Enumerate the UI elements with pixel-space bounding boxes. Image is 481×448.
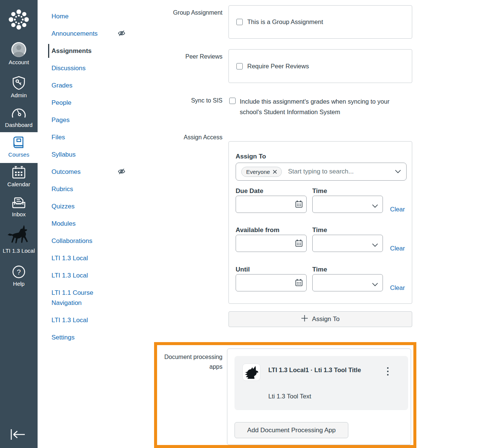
course-navigation: Home Announcements Assignments Discussio… bbox=[51, 11, 123, 350]
nav-item-lti13-local-2[interactable]: LTI 1.3 Local bbox=[51, 270, 115, 281]
sidebar-item-label: Dashboard bbox=[0, 122, 38, 128]
until-clear-link[interactable]: Clear bbox=[390, 284, 405, 291]
nav-item-announcements[interactable]: Announcements bbox=[51, 29, 115, 39]
due-date-field bbox=[236, 196, 307, 213]
group-assignment-panel: This is a Group Assignment bbox=[228, 5, 412, 39]
assign-access-panel: Assign To Everyone Start typing to searc… bbox=[228, 141, 412, 304]
nav-item-files[interactable]: Files bbox=[51, 132, 115, 142]
nav-item-lti13-local-3[interactable]: LTI 1.3 Local bbox=[51, 315, 115, 325]
nav-item-grades[interactable]: Grades bbox=[51, 80, 115, 91]
sidebar-item-label: LTI 1.3 Local bbox=[0, 247, 38, 254]
assign-to-heading: Assign To bbox=[236, 153, 266, 160]
app-text: Lti 1.3 Tool Text bbox=[268, 393, 311, 400]
nav-item-home[interactable]: Home bbox=[51, 11, 115, 21]
sidebar-item-label: Help bbox=[0, 281, 38, 287]
sync-to-sis-checkbox[interactable] bbox=[229, 98, 236, 104]
available-from-label: Available from bbox=[236, 226, 280, 234]
global-sidebar: Account Admin Dashboard bbox=[0, 0, 38, 448]
assign-to-search-placeholder: Start typing to search... bbox=[288, 168, 389, 175]
nav-item-modules[interactable]: Modules bbox=[51, 219, 115, 229]
peer-reviews-label: Peer Reviews bbox=[185, 53, 222, 60]
peer-reviews-checkbox-label: Require Peer Reviews bbox=[247, 63, 309, 70]
sidebar-item-lti-local[interactable]: LTI 1.3 Local bbox=[0, 225, 38, 254]
chevron-down-icon bbox=[372, 281, 378, 288]
collapse-sidebar-icon[interactable] bbox=[10, 428, 26, 443]
inbox-icon bbox=[12, 196, 26, 202]
nav-item-collaborations[interactable]: Collaborations bbox=[51, 236, 115, 246]
nav-item-quizzes[interactable]: Quizzes bbox=[51, 201, 115, 211]
sync-to-sis-checkbox-label: Include this assignment's grades when sy… bbox=[240, 97, 399, 117]
sidebar-item-admin[interactable]: Admin bbox=[0, 76, 38, 98]
until-time-select[interactable] bbox=[312, 274, 383, 291]
nav-item-lti13-local-1[interactable]: LTI 1.3 Local bbox=[51, 253, 115, 263]
dashboard-gauge-icon bbox=[11, 106, 26, 113]
app-logo-tile bbox=[242, 364, 260, 381]
nav-item-pages[interactable]: Pages bbox=[51, 115, 115, 125]
admin-shield-icon bbox=[12, 76, 26, 82]
add-assign-to-button[interactable]: Assign To bbox=[228, 311, 412, 327]
sidebar-item-label: Inbox bbox=[0, 211, 38, 217]
available-from-input[interactable] bbox=[236, 235, 307, 252]
sidebar-item-label: Admin bbox=[0, 92, 38, 98]
unicorn-icon bbox=[244, 365, 259, 379]
plus-icon bbox=[301, 315, 308, 324]
available-time-label: Time bbox=[312, 226, 327, 234]
app-title: LTI 1.3 Local1 · Lti 1.3 Tool Title bbox=[268, 364, 370, 376]
due-time-label: Time bbox=[312, 187, 327, 195]
add-document-processing-app-button[interactable]: Add Document Processing App bbox=[234, 422, 348, 438]
until-field bbox=[236, 274, 307, 291]
help-icon: ? bbox=[12, 265, 26, 272]
available-from-field bbox=[236, 235, 307, 252]
peer-reviews-panel: Require Peer Reviews bbox=[228, 49, 412, 83]
hidden-eye-slash-icon bbox=[118, 29, 126, 40]
chevron-down-icon bbox=[372, 242, 378, 249]
sync-to-sis-row: Include this assignment's grades when sy… bbox=[229, 97, 406, 117]
canvas-logo-icon[interactable] bbox=[8, 9, 29, 32]
account-avatar-icon bbox=[11, 42, 26, 48]
due-time-select[interactable] bbox=[312, 196, 383, 213]
sidebar-item-label: Calendar bbox=[0, 181, 38, 187]
remove-everyone-icon[interactable] bbox=[273, 170, 277, 174]
available-time-select[interactable] bbox=[312, 235, 383, 252]
nav-item-syllabus[interactable]: Syllabus bbox=[51, 149, 115, 160]
sidebar-item-help[interactable]: ? Help bbox=[0, 265, 38, 287]
sidebar-item-inbox[interactable]: Inbox bbox=[0, 196, 38, 217]
nav-item-people[interactable]: People bbox=[51, 98, 115, 108]
due-date-label: Due Date bbox=[236, 187, 263, 195]
due-clear-link[interactable]: Clear bbox=[390, 206, 405, 213]
hidden-eye-slash-icon bbox=[118, 167, 126, 178]
everyone-tag: Everyone bbox=[241, 167, 282, 177]
until-input[interactable] bbox=[236, 274, 307, 291]
sidebar-item-label: Account bbox=[0, 59, 38, 65]
nav-item-settings[interactable]: Settings bbox=[51, 332, 115, 342]
document-processing-label: Document processing apps bbox=[159, 352, 222, 372]
chevron-down-icon bbox=[372, 203, 378, 210]
courses-book-icon bbox=[12, 136, 25, 142]
sidebar-item-label: Courses bbox=[0, 151, 38, 158]
nav-item-outcomes[interactable]: Outcomes bbox=[51, 167, 115, 177]
sidebar-item-calendar[interactable]: Calendar bbox=[0, 166, 38, 187]
document-processing-app-card: LTI 1.3 Local1 · Lti 1.3 Tool Title Lti … bbox=[234, 356, 408, 410]
sync-to-sis-label: Sync to SIS bbox=[191, 97, 222, 104]
due-date-input[interactable] bbox=[236, 196, 307, 213]
chevron-down-icon bbox=[395, 168, 401, 175]
sidebar-item-account[interactable]: Account bbox=[0, 42, 38, 65]
sidebar-item-dashboard[interactable]: Dashboard bbox=[0, 106, 38, 128]
nav-item-discussions[interactable]: Discussions bbox=[51, 63, 115, 73]
svg-text:?: ? bbox=[17, 268, 21, 276]
unicorn-icon bbox=[7, 225, 30, 231]
sidebar-item-courses[interactable]: Courses bbox=[0, 132, 38, 163]
nav-item-assignments[interactable]: Assignments bbox=[51, 46, 115, 56]
assign-to-combobox[interactable]: Everyone Start typing to search... bbox=[236, 163, 407, 181]
nav-item-rubrics[interactable]: Rubrics bbox=[51, 184, 115, 194]
available-clear-link[interactable]: Clear bbox=[390, 245, 405, 252]
peer-reviews-checkbox[interactable] bbox=[236, 63, 243, 69]
nav-item-lti11-course-navigation[interactable]: LTI 1.1 Course Navigation bbox=[51, 288, 115, 308]
assign-access-label: Assign Access bbox=[184, 134, 222, 141]
until-label: Until bbox=[236, 266, 250, 273]
group-assignment-label: Group Assignment bbox=[173, 9, 222, 16]
kebab-menu-icon[interactable] bbox=[384, 367, 392, 378]
group-assignment-checkbox[interactable] bbox=[236, 19, 243, 25]
calendar-icon bbox=[12, 166, 26, 172]
group-assignment-checkbox-label: This is a Group Assignment bbox=[247, 18, 323, 26]
